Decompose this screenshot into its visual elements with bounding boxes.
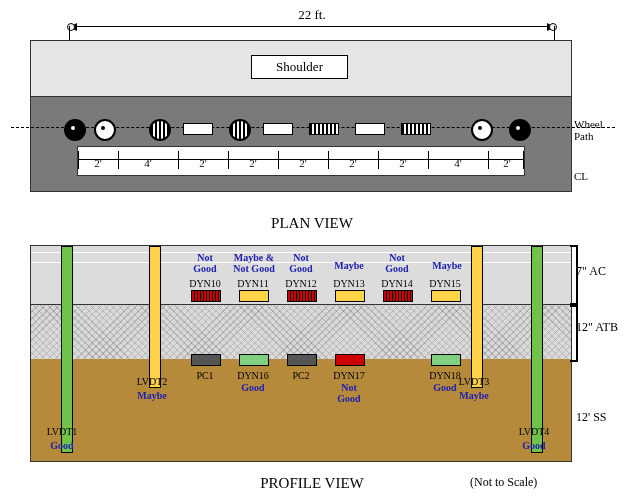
pc-sensor: [287, 354, 317, 366]
plan-view: Shoulder 2': [30, 40, 572, 192]
lvdt-bar: [61, 246, 73, 453]
dyn-sensor: [335, 290, 365, 302]
dyn-status: Not Good: [277, 252, 325, 274]
dyn-id: DYN10: [181, 278, 229, 289]
wheel-path-label: Wheel Path: [574, 118, 603, 142]
dyn-sensor: [239, 290, 269, 302]
sensor-circle-black: [64, 119, 86, 141]
lvdt-status: Good: [39, 440, 85, 451]
cl-label: CL: [574, 170, 588, 182]
sensor-hatched-circle: [149, 119, 171, 141]
dim-anchor-right: [549, 23, 557, 31]
atb-id: DYN16: [229, 370, 277, 381]
spacing-label: 2': [378, 157, 428, 169]
sensor-rect-hatched: [309, 123, 339, 135]
plan-view-title: PLAN VIEW: [0, 215, 624, 232]
dyn-status: Maybe: [325, 260, 373, 271]
spacing-label: 4': [118, 157, 178, 169]
dyn-sensor: [431, 290, 461, 302]
dyn-id: DYN14: [373, 278, 421, 289]
dyn-id: DYN15: [421, 278, 469, 289]
lvdt-status: Good: [511, 440, 557, 451]
dyn-sensor: [191, 290, 221, 302]
lvdt-id: LVDT2: [129, 376, 175, 387]
pc-sensor: [191, 354, 221, 366]
dyn-sensor: [383, 290, 413, 302]
atb-id: PC2: [277, 370, 325, 381]
lvdt-status: Maybe: [129, 390, 175, 401]
dyn-id: DYN13: [325, 278, 373, 289]
spacing-label: 2': [488, 157, 526, 169]
lvdt-id: LVDT1: [39, 426, 85, 437]
spacing-label: 2': [328, 157, 378, 169]
spacing-label: 2': [228, 157, 278, 169]
lvdt-bar: [471, 246, 483, 388]
sensor-rect: [263, 123, 293, 135]
sensor-hatched-circle: [229, 119, 251, 141]
sensor-circle-black: [509, 119, 531, 141]
dyn-status: Not Good: [373, 252, 421, 274]
shoulder-label-box: Shoulder: [251, 55, 348, 79]
sensor-circle: [471, 119, 493, 141]
lvdt-bar: [149, 246, 161, 388]
sensor-rect: [355, 123, 385, 135]
not-to-scale-label: (Not to Scale): [470, 475, 537, 490]
plan-sensor-row: [31, 119, 571, 139]
dyn-status: Not Good: [181, 252, 229, 274]
layer-ss-label: 12' SS: [576, 410, 607, 425]
dyn-status: Maybe & Not Good: [225, 252, 283, 274]
layer-atb: [31, 304, 571, 361]
atb-id: DYN17: [325, 370, 373, 381]
atb-status: Good: [229, 382, 277, 393]
dyn-sensor: [239, 354, 269, 366]
dyn-status: Maybe: [423, 260, 471, 271]
dyn-id: DYN11: [229, 278, 277, 289]
dyn-sensor: [431, 354, 461, 366]
plan-dimension-band: 2' 4' 2' 2' 2' 2' 2' 4' 2': [77, 146, 525, 176]
dyn-id: DYN12: [277, 278, 325, 289]
spacing-label: 2': [178, 157, 228, 169]
layer-ac-label: 7" AC: [576, 264, 606, 279]
sensor-rect: [183, 123, 213, 135]
profile-view: LVDT1 Good LVDT2 Maybe LVDT3 Maybe LVDT4…: [30, 245, 572, 462]
spacing-label: 2': [278, 157, 328, 169]
atb-id: PC1: [181, 370, 229, 381]
span-dimension: 22 ft.: [70, 26, 554, 27]
layer-atb-label: 12" ATB: [576, 320, 618, 335]
sensor-rect-hatched: [401, 123, 431, 135]
span-label: 22 ft.: [70, 7, 554, 23]
spacing-label: 2': [78, 157, 118, 169]
dyn-sensor: [335, 354, 365, 366]
sensor-circle: [94, 119, 116, 141]
dyn-sensor: [287, 290, 317, 302]
spacing-label: 4': [428, 157, 488, 169]
atb-status: Good: [421, 382, 469, 393]
shoulder-band: Shoulder: [31, 41, 571, 97]
lvdt-bar: [531, 246, 543, 453]
lvdt-id: LVDT4: [511, 426, 557, 437]
atb-status: Not Good: [325, 382, 373, 404]
atb-id: DYN18: [421, 370, 469, 381]
